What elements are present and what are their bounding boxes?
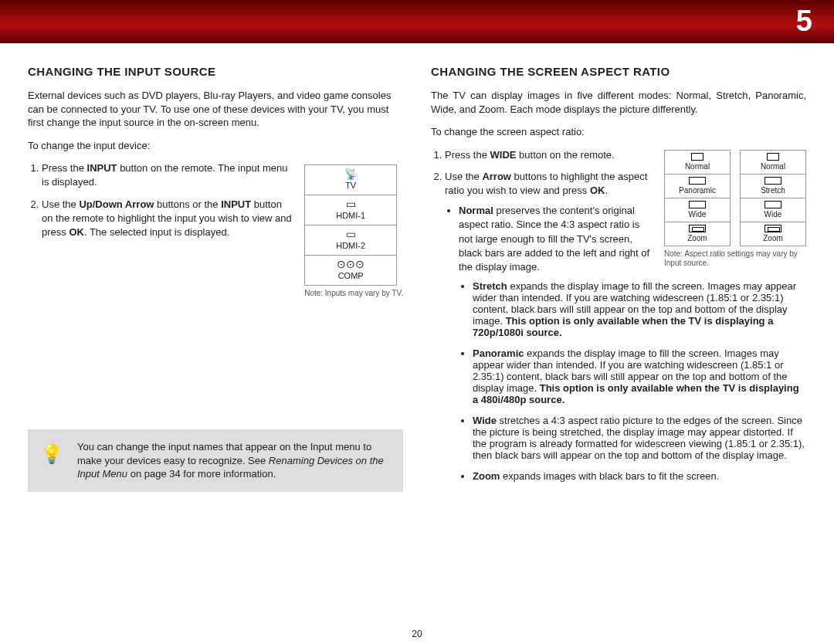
mode-stretch: Stretch expands the display image to fil…: [473, 280, 806, 338]
antenna-icon: 📡: [305, 168, 396, 179]
component-icon: ⊙⊙⊙: [305, 259, 396, 269]
lightbulb-icon: 💡: [40, 442, 63, 466]
aspect-normal-2: Normal: [740, 150, 806, 174]
right-column: CHANGING THE SCREEN ASPECT RATIO The TV …: [431, 65, 806, 492]
heading-input-source: CHANGING THE INPUT SOURCE: [28, 65, 403, 78]
tip-text: You can change the input names that appe…: [77, 440, 391, 481]
aspect-panoramic: Panoramic: [664, 174, 731, 198]
input-menu-comp: ⊙⊙⊙COMP: [305, 256, 396, 285]
page-body: CHANGING THE INPUT SOURCE External devic…: [0, 43, 834, 500]
aspect-zoom: Zoom: [664, 222, 731, 246]
aspect-zoom-2: Zoom: [740, 222, 806, 246]
aspect-steps: Press the WIDE button on the remote. Use…: [431, 148, 653, 275]
aspect-wide-2: Wide: [740, 198, 806, 222]
input-menu: 📡TV ▭HDMI-1 ▭HDMI-2 ⊙⊙⊙COMP: [304, 164, 397, 286]
input-steps: Press the INPUT button on the remote. Th…: [28, 161, 293, 239]
aspect-mode-list-cont: Stretch expands the display image to fil…: [431, 280, 806, 482]
chapter-number: 5: [796, 5, 812, 38]
input-menu-tv: 📡TV: [305, 165, 396, 195]
input-menu-note: Note: Inputs may vary by TV.: [304, 289, 403, 298]
left-column: CHANGING THE INPUT SOURCE External devic…: [28, 65, 403, 492]
aspect-step-2: Use the Arrow buttons to highlight the a…: [445, 170, 653, 274]
input-menu-figure: 📡TV ▭HDMI-1 ▭HDMI-2 ⊙⊙⊙COMP Note: Inputs…: [304, 161, 403, 298]
hdmi-icon: ▭: [305, 229, 396, 239]
aspect-note: Note: Aspect ratio settings may vary by …: [664, 249, 803, 268]
tip-box: 💡 You can change the input names that ap…: [28, 429, 403, 492]
input-menu-hdmi1: ▭HDMI-1: [305, 195, 396, 225]
aspect-col-2: Normal Stretch Wide Zoom: [740, 150, 806, 246]
aspect-mode-list: Normal preserves the content's original …: [445, 204, 653, 274]
intro-aspect: The TV can display images in five differ…: [431, 89, 806, 116]
intro-input-source: External devices such as DVD players, Bl…: [28, 89, 403, 130]
aspect-stretch: Stretch: [740, 174, 806, 198]
mode-panoramic: Panoramic expands the display image to f…: [473, 347, 806, 405]
mode-zoom: Zoom expands images with black bars to f…: [473, 470, 806, 482]
mode-normal: Normal preserves the content's original …: [459, 204, 653, 274]
hdmi-icon: ▭: [305, 198, 396, 209]
lead-in-aspect: To change the screen aspect ratio:: [431, 125, 806, 139]
aspect-col-1: Normal Panoramic Wide Zoom: [664, 150, 731, 246]
page-number: 20: [412, 629, 422, 639]
input-step-2: Use the Up/Down Arrow buttons or the INP…: [42, 198, 293, 240]
input-step-1: Press the INPUT button on the remote. Th…: [42, 161, 293, 189]
input-menu-hdmi2: ▭HDMI-2: [305, 225, 396, 256]
lead-in-input: To change the input device:: [28, 139, 403, 153]
heading-aspect-ratio: CHANGING THE SCREEN ASPECT RATIO: [431, 65, 806, 78]
aspect-normal: Normal: [664, 150, 731, 174]
aspect-step-1: Press the WIDE button on the remote.: [445, 148, 653, 162]
aspect-figure: Normal Panoramic Wide Zoom Normal Stretc…: [664, 148, 806, 268]
mode-wide: Wide stretches a 4:3 aspect ratio pictur…: [473, 415, 806, 461]
chapter-header: 5: [0, 0, 834, 43]
aspect-wide: Wide: [664, 198, 731, 222]
